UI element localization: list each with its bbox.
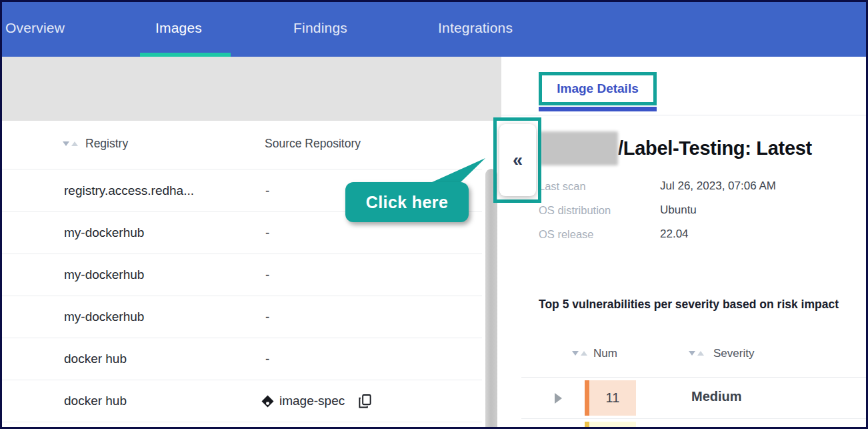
field-label: Last scan (539, 180, 660, 193)
app-window: Overview Images Findings Integrations Re… (0, 0, 868, 429)
tab-overview[interactable]: Overview (5, 20, 65, 36)
divider (521, 418, 866, 419)
registry-cell: my-dockerhub (2, 268, 261, 282)
main-content: Registry Source Repository registry.acce… (2, 57, 866, 427)
callout-label: Click here (366, 193, 449, 212)
metadata-row: Last scan Jul 26, 2023, 07:06 AM (539, 179, 776, 193)
sort-asc-icon (71, 141, 78, 146)
tab-integrations[interactable]: Integrations (438, 20, 513, 36)
annotation-highlight-box: « (493, 117, 541, 203)
table-row[interactable]: docker hub image-spec (2, 380, 482, 422)
table-toolbar (2, 57, 501, 121)
click-here-callout: Click here (345, 182, 469, 222)
images-table-pane: Registry Source Repository registry.acce… (2, 57, 501, 427)
source-repo-cell: - (265, 352, 269, 366)
sort-asc-icon (581, 351, 587, 356)
details-active-tab-indicator (539, 107, 657, 111)
tab-findings[interactable]: Findings (293, 20, 347, 36)
image-title-text: /Label-Testing: Latest (618, 137, 812, 159)
details-tab-bar: Image Details (501, 57, 866, 115)
source-repo-cell: - (265, 226, 269, 240)
table-row[interactable]: my-dockerhub - (2, 296, 482, 338)
vuln-count-badge: 11 (585, 380, 636, 416)
registry-cell: my-dockerhub (2, 310, 261, 324)
annotation-highlight-box: Image Details (539, 72, 657, 105)
table-row[interactable]: docker hub - (2, 338, 482, 380)
image-title: /Label-Testing: Latest (540, 131, 812, 165)
source-repo-cell: - (265, 310, 269, 324)
registry-cell: docker hub (2, 352, 261, 366)
source-repo-link[interactable]: image-spec (279, 394, 345, 408)
vuln-count-badge-partial (585, 422, 636, 427)
source-repo-cell: - (265, 268, 269, 282)
column-header-severity[interactable]: Severity (713, 347, 754, 360)
field-value: 22.04 (660, 228, 689, 241)
expand-row-icon[interactable] (555, 393, 562, 404)
registry-cell: my-dockerhub (2, 226, 261, 240)
sort-icon[interactable] (63, 141, 78, 146)
vulnerabilities-heading: Top 5 vulnerabilities per severity based… (539, 298, 865, 312)
severity-label: Medium (691, 389, 742, 404)
field-label: OS distribution (539, 204, 660, 217)
registry-cell: registry.access.redha... (2, 183, 261, 198)
image-details-panel: Image Details /Label-Testing: Latest Las… (501, 57, 866, 427)
metadata-row: OS distribution Ubuntu (539, 203, 776, 218)
column-header-num[interactable]: Num (593, 347, 617, 360)
redacted-image-name (540, 131, 618, 165)
tab-image-details[interactable]: Image Details (557, 81, 639, 96)
column-header-registry[interactable]: Registry (85, 137, 128, 151)
metadata-row: OS release 22.04 (539, 227, 776, 242)
callout-pointer (425, 155, 492, 183)
table-row[interactable]: my-dockerhub - (2, 254, 482, 296)
vuln-table-row[interactable]: 11 Medium (501, 378, 866, 418)
top-nav: Overview Images Findings Integrations (2, 2, 866, 57)
column-header-source-repository[interactable]: Source Repository (265, 137, 361, 151)
collapse-chevrons-icon: « (513, 151, 523, 169)
sort-desc-icon (63, 141, 69, 146)
images-table-header: Registry Source Repository (2, 121, 482, 169)
tab-images[interactable]: Images (155, 20, 202, 36)
collapse-panel-button[interactable]: « (499, 124, 536, 196)
sort-asc-icon (697, 351, 704, 356)
sort-desc-icon (689, 351, 695, 356)
image-metadata: Last scan Jul 26, 2023, 07:06 AM OS dist… (539, 179, 776, 251)
field-value: Jul 26, 2023, 07:06 AM (660, 179, 776, 193)
vuln-table-header: Num Severity (501, 346, 866, 363)
copy-icon[interactable] (358, 394, 372, 409)
source-repo-cell: - (265, 183, 269, 198)
registry-cell: docker hub (2, 394, 261, 408)
field-value: Ubuntu (660, 203, 697, 217)
field-label: OS release (539, 228, 660, 241)
sort-desc-icon (572, 351, 579, 356)
table-scrollbar-thumb[interactable] (485, 169, 497, 427)
sort-icon[interactable] (689, 351, 704, 356)
sort-icon[interactable] (572, 351, 587, 356)
image-spec-diamond-icon (261, 395, 274, 408)
